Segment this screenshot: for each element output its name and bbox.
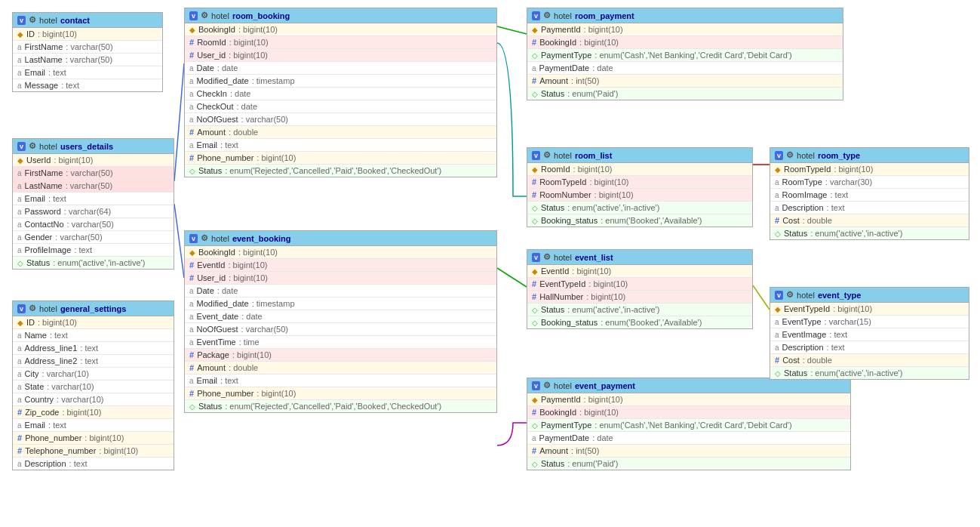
field-icon: a xyxy=(775,178,779,186)
table-event_type[interactable]: v ⚙ hotel event_type ◆ EventTypeId : big… xyxy=(770,287,969,380)
field-icon: a xyxy=(775,344,779,352)
svg-line-1 xyxy=(174,63,184,181)
fk-icon: # xyxy=(189,363,194,372)
field-type: : varchar(15) xyxy=(825,317,871,326)
field-icon: a xyxy=(17,43,22,51)
field-row-5: ◇ Status : enum('active','in-active') xyxy=(770,227,969,239)
field-icon: a xyxy=(189,377,194,385)
gear-icon: ⚙ xyxy=(543,381,551,390)
field-icon: a xyxy=(775,318,779,326)
schema-label: hotel xyxy=(797,291,815,300)
v-badge: v xyxy=(532,253,540,262)
field-row-5: ◇ Status : enum('Paid') xyxy=(527,458,850,470)
enum-icon: ◇ xyxy=(17,259,23,267)
field-name: PaymentType xyxy=(541,421,591,430)
field-type: : date xyxy=(236,102,257,111)
enum-icon: ◇ xyxy=(775,230,781,238)
field-type: : varchar(50) xyxy=(66,168,112,177)
field-row-12: ◇ Status : enum('Rejected','Cancelled','… xyxy=(185,400,496,412)
table-contact[interactable]: v ⚙ hotel contact ◆ ID : bigint(10) a Fi… xyxy=(12,12,163,92)
v-badge: v xyxy=(532,151,540,160)
field-name: Status xyxy=(541,305,564,314)
field-type: : text xyxy=(830,190,848,199)
field-icon: a xyxy=(17,56,22,64)
field-type: : text xyxy=(827,203,845,212)
table-header-general_settings: v ⚙ hotel general_settings xyxy=(13,301,174,316)
field-name: RoomNumber xyxy=(539,190,591,199)
table-event_payment[interactable]: v ⚙ hotel event_payment ◆ PaymentId : bi… xyxy=(527,378,851,470)
field-row-5: a ContactNo : varchar(50) xyxy=(13,218,174,231)
pk-icon: ◆ xyxy=(532,26,538,34)
field-row-5: ◇ Status : enum('Paid') xyxy=(527,88,843,100)
field-row-0: ◆ ID : bigint(10) xyxy=(13,316,174,329)
field-type: : bigint(10) xyxy=(238,248,278,257)
field-name: FirstName xyxy=(25,168,63,177)
pk-icon: ◆ xyxy=(532,396,538,404)
gear-icon: ⚙ xyxy=(201,11,208,20)
fk-icon: # xyxy=(189,260,194,270)
field-row-0: ◆ BookingId : bigint(10) xyxy=(185,23,496,36)
field-name: EventTypeId xyxy=(539,279,585,288)
table-event_booking[interactable]: v ⚙ hotel event_booking ◆ BookingId : bi… xyxy=(184,230,497,413)
svg-line-5 xyxy=(753,285,770,310)
field-name: Status xyxy=(784,229,807,238)
field-row-4: a Modified_date : timestamp xyxy=(185,297,496,310)
field-name: Email xyxy=(25,421,46,430)
field-type: : bigint(10) xyxy=(586,292,625,301)
field-row-6: a Gender : varchar(50) xyxy=(13,231,174,244)
field-name: PaymentDate xyxy=(539,63,590,72)
field-row-6: a Country : varchar(10) xyxy=(13,393,174,406)
field-type: : text xyxy=(48,421,66,430)
table-room_booking[interactable]: v ⚙ hotel room_booking ◆ BookingId : big… xyxy=(184,8,497,177)
field-type: : bigint(10) xyxy=(38,29,77,39)
field-row-3: a Description : text xyxy=(770,341,969,354)
enum-icon: ◇ xyxy=(189,167,195,175)
svg-line-3 xyxy=(174,204,184,278)
table-users_details[interactable]: v ⚙ hotel users_details ◆ UserId : bigin… xyxy=(12,138,174,270)
field-type: : bigint(10) xyxy=(62,408,101,417)
field-name: Status xyxy=(541,203,564,212)
schema-label: hotel xyxy=(211,11,229,20)
fk-icon: # xyxy=(775,216,779,225)
table-name-label: event_list xyxy=(575,253,613,262)
field-type: : bigint(10) xyxy=(238,25,278,34)
table-name-label: room_type xyxy=(818,151,860,160)
field-name: RoomId xyxy=(541,165,570,174)
field-row-9: # Phone_number : bigint(10) xyxy=(13,432,174,445)
field-icon: a xyxy=(17,220,22,229)
field-type: : enum('Rejected','Cancelled','Paid','Bo… xyxy=(225,166,441,175)
field-row-1: a RoomType : varchar(30) xyxy=(770,176,969,189)
fk-icon: # xyxy=(189,389,194,398)
field-type: : bigint(10) xyxy=(229,38,269,47)
table-header-users_details: v ⚙ hotel users_details xyxy=(13,139,174,154)
field-row-1: # RoomTypeId : bigint(10) xyxy=(527,176,752,189)
field-name: Description xyxy=(782,343,824,352)
table-room_type[interactable]: v ⚙ hotel room_type ◆ RoomTypeId : bigin… xyxy=(770,147,969,240)
field-type: : varchar(50) xyxy=(66,55,112,64)
field-row-3: a Description : text xyxy=(770,202,969,214)
field-type: : double xyxy=(803,216,832,225)
field-type: : bigint(10) xyxy=(579,38,619,47)
field-type: : date xyxy=(592,63,613,72)
field-name: EventTypeId xyxy=(784,304,830,313)
gear-icon: ⚙ xyxy=(786,290,794,300)
field-row-9: a Email : text xyxy=(185,139,496,152)
table-event_list[interactable]: v ⚙ hotel event_list ◆ EventId : bigint(… xyxy=(527,249,753,329)
table-general_settings[interactable]: v ⚙ hotel general_settings ◆ ID : bigint… xyxy=(12,300,174,470)
field-row-8: # Package : bigint(10) xyxy=(185,349,496,362)
field-row-8: ◇ Status : enum('active','in-active') xyxy=(13,257,174,269)
field-row-1: a Name : text xyxy=(13,329,174,342)
field-icon: a xyxy=(17,169,22,177)
field-type: : varchar(50) xyxy=(66,42,112,51)
field-type: : time xyxy=(239,337,260,347)
fk-icon: # xyxy=(189,128,194,137)
enum-icon: ◇ xyxy=(775,369,781,378)
field-type: : enum('Cash','Net Banking','Credit Card… xyxy=(594,421,791,430)
field-name: Event_date xyxy=(197,312,239,321)
table-room_list[interactable]: v ⚙ hotel room_list ◆ RoomId : bigint(10… xyxy=(527,147,753,227)
field-name: Modified_date xyxy=(197,76,249,85)
fk-icon: # xyxy=(189,51,194,60)
table-header-contact: v ⚙ hotel contact xyxy=(13,13,162,28)
field-type: : int(50) xyxy=(571,446,599,455)
table-room_payment[interactable]: v ⚙ hotel room_payment ◆ PaymentId : big… xyxy=(527,8,843,100)
